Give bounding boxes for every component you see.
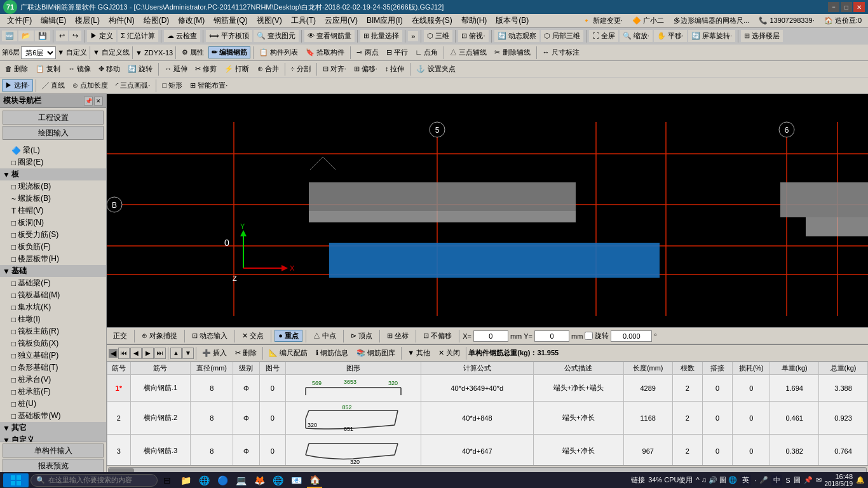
- panel-pin-btn[interactable]: 📌: [84, 97, 93, 105]
- tree-item-fabanzj[interactable]: □ 筏板主筋(R): [0, 325, 106, 337]
- taskbar-search-box[interactable]: 🔍 在这里输入你要搜索的内容: [31, 474, 158, 487]
- tangent-btn[interactable]: ∟ 点角: [412, 46, 442, 58]
- del-aux-btn[interactable]: ✂ 删除辅线: [491, 46, 533, 58]
- more-btn[interactable]: »: [408, 31, 418, 41]
- parallel-btn[interactable]: ⊟ 平行: [383, 46, 411, 58]
- report-view-btn[interactable]: 报表预览: [3, 459, 104, 473]
- tree-item-zhum[interactable]: T 柱帽(V): [0, 205, 106, 217]
- dim-mark-btn[interactable]: ↔ 尺寸标注: [539, 46, 583, 58]
- pt-extend-btn[interactable]: ⊙ 点加长度: [69, 79, 111, 92]
- scale-rebar-btn[interactable]: 📐 编尺配筋: [265, 347, 311, 359]
- drawing-input-btn[interactable]: 绘图输入: [3, 126, 104, 140]
- line-btn[interactable]: ╱ 直线: [39, 79, 68, 92]
- cloud-check-btn[interactable]: ☁ 云检查: [164, 30, 200, 42]
- tree-item-banshoulijin[interactable]: □ 板受力筋(S): [0, 229, 106, 241]
- pick-extract-btn[interactable]: 🔖 拾取构件: [302, 46, 348, 58]
- menu-view[interactable]: 视图(V): [253, 14, 286, 27]
- tree-item-xianjiaob[interactable]: □ 现浇板(B): [0, 180, 106, 193]
- screen-rotate-btn[interactable]: 🔄 屏幕旋转·: [688, 30, 735, 42]
- flatten-btn[interactable]: ⟺ 平齐板顶: [206, 30, 252, 42]
- tree-group-qita[interactable]: ▼ 其它: [0, 422, 106, 434]
- x-input[interactable]: [473, 330, 508, 342]
- menu-version[interactable]: 版本号(B): [492, 14, 532, 27]
- dynamic-input-btn[interactable]: ⊡ 动态输入: [188, 330, 231, 342]
- local3d-btn[interactable]: ⬡ 局部三维: [541, 30, 583, 42]
- taskbar-explorer[interactable]: 📁: [178, 473, 193, 488]
- taskbar-ime2[interactable]: ·: [754, 477, 756, 484]
- delete-rebar-btn[interactable]: ✂ 删除: [231, 347, 261, 359]
- stretch-btn[interactable]: ↕ 拉伸: [382, 63, 408, 75]
- tree-item-jishukeng[interactable]: □ 集水坑(K): [0, 301, 106, 313]
- other-btn[interactable]: ▼ 其他: [403, 347, 434, 359]
- menu-bim[interactable]: BIM应用(I): [363, 14, 407, 27]
- break-btn[interactable]: ⚡ 打断: [221, 63, 252, 75]
- taskbar-ime[interactable]: 英: [740, 475, 751, 485]
- top-snap-btn[interactable]: ⊳ 顶点: [347, 330, 376, 342]
- start-button[interactable]: [3, 473, 29, 487]
- tree-item-fabanfj[interactable]: □ 筏板负筋(X): [0, 337, 106, 349]
- maximize-button[interactable]: □: [841, 2, 852, 12]
- smart-layout-btn[interactable]: ⊞ 智能布置·: [187, 79, 231, 92]
- taskbar-pin[interactable]: 📌: [804, 476, 813, 484]
- no-offset-btn[interactable]: ⊡ 不偏移: [419, 330, 456, 342]
- panel-collapse-btn[interactable]: ◀: [109, 349, 118, 358]
- taskbar-mic[interactable]: 🎤: [759, 476, 768, 484]
- nav-last-btn[interactable]: ⏭: [154, 348, 166, 359]
- extend-btn[interactable]: ↔ 延伸: [161, 63, 191, 75]
- menu-component[interactable]: 构件(N): [105, 14, 139, 27]
- nav-down-btn[interactable]: ▼: [182, 348, 194, 359]
- close-button[interactable]: ✕: [853, 2, 865, 12]
- midpt-snap-btn[interactable]: △ 中点: [309, 330, 340, 342]
- merge-btn[interactable]: ⊕ 合并: [254, 63, 282, 75]
- calc-btn[interactable]: Σ 汇总计算: [118, 30, 158, 42]
- open-btn[interactable]: 📂: [18, 30, 34, 41]
- tree-group-ban[interactable]: ▼ 板: [0, 168, 106, 180]
- nav-first-btn[interactable]: ⏮: [118, 348, 130, 359]
- taskbar-browser3[interactable]: 🌐: [270, 473, 285, 488]
- nav-prev-btn[interactable]: ◀: [130, 348, 142, 359]
- undo-btn[interactable]: ↩: [56, 30, 68, 41]
- rotate-btn[interactable]: 🔄 旋转: [125, 63, 156, 75]
- y-input[interactable]: [534, 330, 569, 342]
- taskbar-ime-s[interactable]: S: [785, 477, 790, 484]
- multieditor-btn[interactable]: 多边形编辑器的网格尺...: [670, 15, 752, 27]
- taskbar-ie[interactable]: 🔵: [215, 473, 230, 488]
- tree-group-jichu[interactable]: ▼ 基础: [0, 265, 106, 277]
- phone-btn[interactable]: 📞 13907298339·: [756, 15, 817, 26]
- edit-rebar-btn[interactable]: ✏ 编辑钢筋: [208, 46, 250, 58]
- view-rebar-btn[interactable]: 👁 查看钢筋量: [304, 30, 355, 42]
- menu-draw[interactable]: 绘图(D): [140, 14, 173, 27]
- taskbar-computer[interactable]: 💻: [233, 473, 248, 488]
- menu-tools[interactable]: 工具(T): [287, 14, 320, 27]
- tree-item-banfujin[interactable]: □ 板负筋(F): [0, 241, 106, 253]
- taskbar-mail[interactable]: 📧: [288, 473, 304, 488]
- find-elem-btn[interactable]: 🔍 查找图元: [254, 30, 299, 42]
- tree-item-quanliang[interactable]: □ 圈梁(E): [0, 156, 106, 168]
- tree-item-jcbandai[interactable]: □ 基础板带(W): [0, 410, 106, 422]
- minimize-button[interactable]: －: [828, 2, 839, 12]
- new-change-btn[interactable]: 🔸 新建变更·: [579, 15, 626, 27]
- tree-item-txjc[interactable]: □ 条形基础(T): [0, 362, 106, 374]
- rebar-library-btn[interactable]: 📚 钢筋图库: [353, 347, 399, 359]
- tree-item-zhuang[interactable]: □ 桩(U): [0, 398, 106, 410]
- define-btn[interactable]: ▶ 定义: [87, 30, 116, 42]
- trim-btn[interactable]: ✂ 修剪: [192, 63, 220, 75]
- insert-rebar-btn[interactable]: ➕ 插入: [198, 347, 231, 359]
- component-list-btn[interactable]: 📋 构件列表: [256, 46, 301, 58]
- menu-cloud[interactable]: 云应用(V): [321, 14, 362, 27]
- tree-item-bandong[interactable]: □ 板洞(N): [0, 217, 106, 229]
- top-view-btn[interactable]: ⊡ 俯视·: [458, 30, 488, 42]
- three-d-btn[interactable]: ⬡ 三维: [424, 30, 452, 42]
- single-input-btn[interactable]: 单构件输入: [3, 444, 104, 458]
- arc-btn[interactable]: ◜ 三点画弧·: [112, 79, 153, 92]
- table-row[interactable]: 1* 横向钢筋.1 8 Φ 0: [107, 375, 868, 402]
- tree-item-fabanjc[interactable]: □ 筏板基础(M): [0, 289, 106, 301]
- tree-item-luoxuanb[interactable]: ~ 螺旋板(B): [0, 193, 106, 205]
- mid-snap-btn[interactable]: ● 重点: [275, 330, 302, 342]
- tree-item-jcliang[interactable]: □ 基础梁(F): [0, 277, 106, 289]
- nav-next-btn[interactable]: ▶: [142, 348, 154, 359]
- tree-item-zct[interactable]: □ 桩承台(V): [0, 374, 106, 386]
- normal-mode-btn[interactable]: 正交: [109, 330, 131, 342]
- delete-btn[interactable]: 🗑 删除: [2, 63, 31, 75]
- new-btn[interactable]: 🆕: [2, 30, 17, 41]
